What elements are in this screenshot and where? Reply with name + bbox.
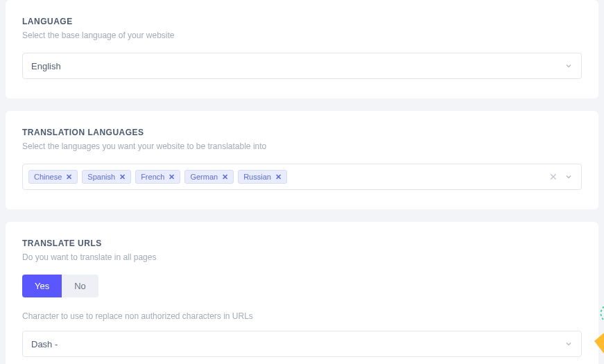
translation-desc: Select the languages you want your websi… xyxy=(22,141,582,151)
language-desc: Select the base language of your website xyxy=(22,31,582,40)
translation-multiselect[interactable]: Chinese ✕ Spanish ✕ French ✕ German ✕ Ru… xyxy=(22,164,582,190)
tag-label: Spanish xyxy=(87,173,115,181)
translate-urls-desc: Do you want to translate in all pages xyxy=(22,252,582,262)
chevron-down-icon xyxy=(564,62,573,70)
language-title: LANGUAGE xyxy=(22,17,582,26)
translation-title: TRANSLATION LANGUAGES xyxy=(22,128,582,137)
multiselect-controls: ✕ xyxy=(549,172,576,182)
translate-urls-section: TRANSLATE URLS Do you want to translate … xyxy=(6,222,598,364)
language-section: LANGUAGE Select the base language of you… xyxy=(6,0,598,98)
language-tag: German ✕ xyxy=(184,170,234,184)
language-tag: Spanish ✕ xyxy=(82,170,131,184)
chevron-down-icon[interactable] xyxy=(564,173,573,181)
language-select[interactable]: English xyxy=(22,53,582,79)
remove-tag-icon[interactable]: ✕ xyxy=(119,173,126,181)
translate-urls-title: TRANSLATE URLS xyxy=(22,239,582,248)
language-selected-value: English xyxy=(31,61,564,71)
tag-label: Chinese xyxy=(34,173,62,181)
remove-tag-icon[interactable]: ✕ xyxy=(222,173,228,181)
replace-char-desc: Character to use to replace non authoriz… xyxy=(22,311,582,321)
tag-label: French xyxy=(141,173,164,181)
remove-tag-icon[interactable]: ✕ xyxy=(275,173,282,181)
language-tag: Chinese ✕ xyxy=(28,170,78,184)
translation-section: TRANSLATION LANGUAGES Select the languag… xyxy=(6,111,598,209)
language-tag: Russian ✕ xyxy=(238,170,287,184)
clear-all-icon[interactable]: ✕ xyxy=(549,172,558,182)
replace-char-value: Dash - xyxy=(31,339,564,349)
translate-urls-toggle: Yes No xyxy=(22,275,98,297)
chevron-down-icon xyxy=(564,340,573,348)
language-tag: French ✕ xyxy=(135,170,180,184)
yes-button[interactable]: Yes xyxy=(22,275,62,297)
no-button[interactable]: No xyxy=(62,275,98,297)
replace-char-select[interactable]: Dash - xyxy=(22,331,582,357)
tag-label: German xyxy=(190,173,218,181)
remove-tag-icon[interactable]: ✕ xyxy=(66,173,72,181)
tag-label: Russian xyxy=(243,173,271,181)
remove-tag-icon[interactable]: ✕ xyxy=(169,173,175,181)
